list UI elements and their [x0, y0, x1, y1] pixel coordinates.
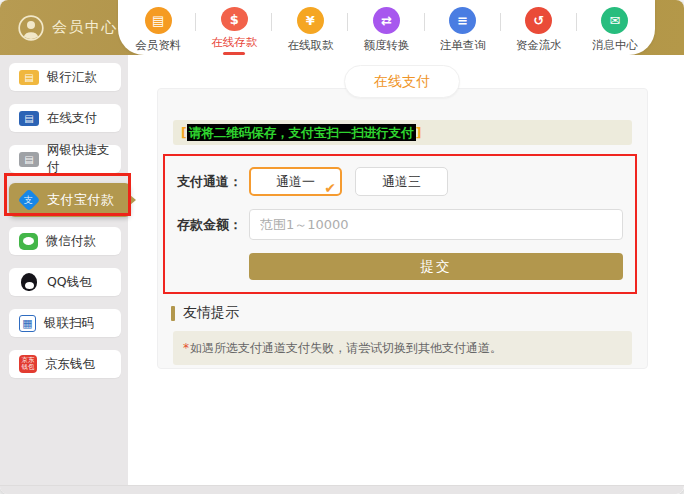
- submit-button[interactable]: 提交: [249, 253, 623, 280]
- sidebar-item-label: 微信付款: [46, 233, 96, 250]
- notice-open-bracket: [: [181, 125, 187, 140]
- content-body: ▤银行汇款▤在线支付▤网银快捷支付支支付宝付款微信付款QQ钱包▦银联扫码京东钱包…: [0, 55, 684, 494]
- nav-label: 资金流水: [516, 38, 562, 53]
- sidebar-item-label: QQ钱包: [47, 274, 92, 291]
- channel-option-1[interactable]: 通道一✔: [249, 167, 342, 196]
- channel-options: 通道一✔通道三: [249, 167, 448, 196]
- tips-box: *如遇所选支付通道支付失败，请尝试切换到其他支付通道。: [173, 331, 632, 365]
- bank-card-icon: ▤: [19, 111, 39, 126]
- gray-card-icon: ▤: [19, 152, 39, 167]
- amount-input[interactable]: [249, 209, 623, 240]
- sidebar-item-jd-wallet[interactable]: 京东钱包京东钱包: [9, 350, 121, 378]
- notice-banner: [请将二维码保存，支付宝扫一扫进行支付]: [173, 120, 632, 145]
- sidebar-item-label: 在线支付: [47, 110, 97, 127]
- nav-item-online-deposit[interactable]: $在线存款: [198, 0, 270, 55]
- tips-accent-bar: [171, 306, 175, 321]
- nav-label: 注单查询: [440, 38, 486, 53]
- nav-label: 在线存款: [211, 35, 257, 50]
- history-icon: ↺: [525, 7, 552, 34]
- sidebar-item-online-pay[interactable]: ▤在线支付: [9, 104, 121, 132]
- content-card: [请将二维码保存，支付宝扫一扫进行支付] 支付通道： 通道一✔通道三 存款金额：…: [157, 88, 648, 369]
- header: 会员中心 ▤会员资料$在线存款¥在线取款⇄额度转换≡注单查询↺资金流水✉消息中心: [0, 0, 684, 55]
- sidebar-item-label: 银联扫码: [44, 315, 94, 332]
- amount-label: 存款金额：: [177, 216, 249, 234]
- nav-item-bet-query[interactable]: ≡注单查询: [427, 0, 499, 55]
- sidebar-item-wechat-pay[interactable]: 微信付款: [9, 227, 121, 255]
- order-list-icon: ≡: [449, 7, 476, 34]
- submit-row: 提交: [177, 253, 623, 280]
- wechat-icon: [19, 233, 38, 250]
- nav-item-quota-transfer[interactable]: ⇄额度转换: [351, 0, 423, 55]
- piggy-bank-icon: $: [221, 7, 248, 31]
- wallet-icon: ▤: [19, 70, 39, 85]
- deposit-form-annotated-box: 支付通道： 通道一✔通道三 存款金额： 提交: [163, 154, 637, 294]
- sidebar-item-label: 京东钱包: [45, 356, 95, 373]
- sidebar-item-alipay[interactable]: 支支付宝付款: [9, 183, 131, 217]
- selected-check-icon: ✔: [324, 180, 336, 196]
- tips-heading: 友情提示: [171, 304, 632, 322]
- sidebar-item-netbank-quick-pay[interactable]: ▤网银快捷支付: [9, 145, 121, 173]
- envelope-icon: ✉: [601, 7, 628, 34]
- brand: 会员中心: [18, 0, 118, 55]
- avatar-icon: [18, 15, 44, 41]
- yen-icon: ¥: [297, 7, 324, 34]
- qq-icon: [21, 273, 37, 291]
- tips-heading-label: 友情提示: [183, 304, 239, 322]
- sidebar-item-unionpay-scan[interactable]: ▦银联扫码: [9, 309, 121, 337]
- nav-label: 额度转换: [364, 38, 410, 53]
- notice-close-bracket: ]: [416, 125, 422, 140]
- sidebar-item-label: 网银快捷支付: [47, 142, 121, 176]
- transfer-icon: ⇄: [373, 7, 400, 34]
- nav-item-message-center[interactable]: ✉消息中心: [579, 0, 651, 55]
- alipay-icon: 支: [18, 189, 41, 212]
- channel-label: 支付通道：: [177, 173, 249, 191]
- unionpay-scan-icon: ▦: [19, 315, 36, 332]
- main-panel: 在线支付 [请将二维码保存，支付宝扫一扫进行支付] 支付通道： 通道一✔通道三 …: [128, 55, 684, 494]
- tips-asterisk: *: [183, 341, 189, 355]
- amount-row: 存款金额：: [177, 209, 623, 240]
- nav-item-online-withdraw[interactable]: ¥在线取款: [274, 0, 346, 55]
- notice-text: 请将二维码保存，支付宝扫一扫进行支付: [187, 124, 416, 141]
- nav-item-member-profile[interactable]: ▤会员资料: [122, 0, 194, 55]
- channel-row: 支付通道： 通道一✔通道三: [177, 167, 623, 196]
- nav-label: 在线取款: [287, 38, 333, 53]
- brand-label: 会员中心: [52, 18, 118, 37]
- nav-item-fund-flow[interactable]: ↺资金流水: [503, 0, 575, 55]
- sidebar: ▤银行汇款▤在线支付▤网银快捷支付支支付宝付款微信付款QQ钱包▦银联扫码京东钱包…: [0, 55, 128, 494]
- sidebar-item-qq-wallet[interactable]: QQ钱包: [9, 268, 121, 296]
- id-card-icon: ▤: [145, 7, 172, 34]
- jd-wallet-icon: 京东钱包: [19, 355, 37, 373]
- tab-online-pay[interactable]: 在线支付: [344, 65, 460, 98]
- channel-option-2[interactable]: 通道三: [355, 167, 448, 196]
- sidebar-item-label: 银行汇款: [47, 69, 97, 86]
- top-nav: ▤会员资料$在线存款¥在线取款⇄额度转换≡注单查询↺资金流水✉消息中心: [118, 0, 655, 55]
- page: 会员中心 ▤会员资料$在线存款¥在线取款⇄额度转换≡注单查询↺资金流水✉消息中心…: [0, 0, 684, 494]
- tips-text: 如遇所选支付通道支付失败，请尝试切换到其他支付通道。: [190, 341, 502, 355]
- nav-label: 消息中心: [592, 38, 638, 53]
- page-bottom-strip: [0, 485, 684, 494]
- sidebar-item-label: 支付宝付款: [47, 191, 115, 209]
- sidebar-item-bank-remit[interactable]: ▤银行汇款: [9, 63, 121, 91]
- nav-label: 会员资料: [135, 38, 181, 53]
